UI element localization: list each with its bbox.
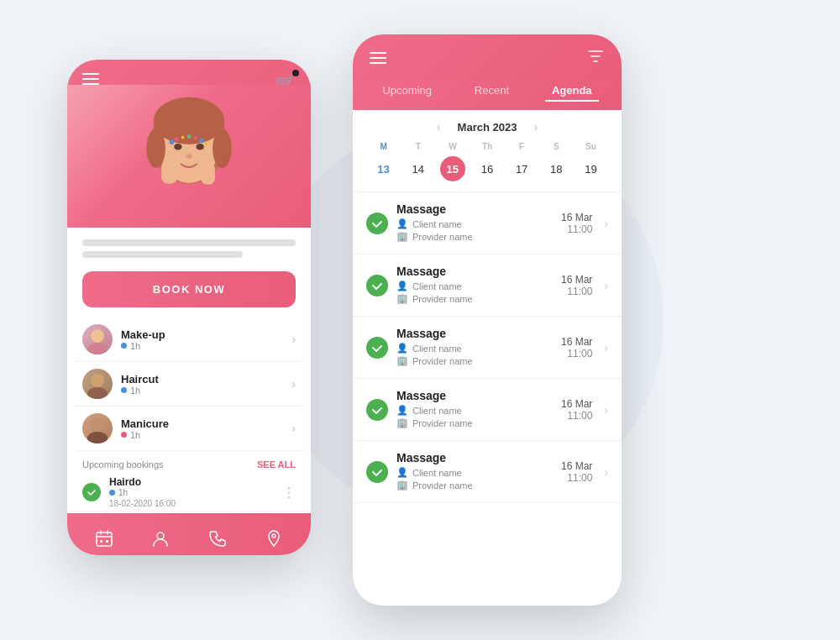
duration-dot bbox=[121, 387, 127, 393]
agenda-sub-client-0: 👤 Client name bbox=[396, 218, 553, 229]
rp-hamburger-icon[interactable] bbox=[370, 52, 386, 64]
agenda-datetime-3: 16 Mar 11:00 bbox=[561, 398, 592, 422]
nav-phone-icon[interactable] bbox=[208, 529, 227, 548]
service-avatar-makeup bbox=[82, 324, 113, 354]
agenda-item-4[interactable]: Massage 👤 Client name 🏢 Provider name 16… bbox=[353, 441, 622, 503]
service-item[interactable]: Make-up 1h › bbox=[76, 317, 302, 362]
svg-rect-15 bbox=[161, 160, 177, 184]
agenda-details-0: Massage 👤 Client name 🏢 Provider name bbox=[396, 202, 553, 244]
booking-item[interactable]: Hairdo 1h 18-02-2020 16:00 ⋮ bbox=[82, 476, 296, 508]
svg-rect-24 bbox=[100, 540, 102, 543]
svg-point-17 bbox=[91, 329, 104, 343]
svg-point-14 bbox=[186, 154, 192, 159]
agenda-time-2: 11:00 bbox=[561, 348, 592, 359]
agenda-sub-client-4: 👤 Client name bbox=[396, 467, 553, 478]
agenda-chevron-2: › bbox=[604, 341, 608, 354]
nav-location-icon[interactable] bbox=[265, 529, 283, 548]
chevron-right-icon: › bbox=[291, 333, 296, 346]
day-name-w: W bbox=[435, 142, 470, 151]
face-illustration bbox=[139, 93, 239, 219]
cal-date-13[interactable]: 13 bbox=[371, 156, 396, 181]
cal-date-19[interactable]: 19 bbox=[578, 156, 603, 181]
duration-dot bbox=[121, 432, 127, 438]
agenda-details-3: Massage 👤 Client name 🏢 Provider name bbox=[396, 389, 553, 430]
bottom-nav bbox=[67, 513, 311, 555]
phone-right: Upcoming Recent Agenda ‹ March 2023 › M … bbox=[353, 34, 622, 606]
service-list: Make-up 1h › Haircu bbox=[67, 317, 311, 451]
booking-meta: 1h bbox=[109, 488, 274, 497]
nav-calendar-icon[interactable] bbox=[95, 529, 113, 548]
svg-point-3 bbox=[146, 129, 165, 168]
person-icon-3: 👤 bbox=[396, 405, 408, 416]
agenda-item-3[interactable]: Massage 👤 Client name 🏢 Provider name 16… bbox=[353, 379, 622, 441]
service-duration: 1h bbox=[121, 341, 291, 351]
agenda-sub-provider-3: 🏢 Provider name bbox=[396, 417, 553, 428]
agenda-datetime-0: 16 Mar 11:00 bbox=[561, 212, 592, 235]
left-phone-header: 🛒 bbox=[67, 60, 311, 228]
chevron-right-icon: › bbox=[291, 422, 296, 435]
agenda-date-4: 16 Mar bbox=[561, 460, 592, 472]
more-options-icon[interactable]: ⋮ bbox=[282, 485, 296, 501]
see-all-button[interactable]: SEE ALL bbox=[257, 459, 296, 470]
svg-point-5 bbox=[174, 144, 181, 150]
chevron-right-icon: › bbox=[291, 377, 296, 391]
hero-image bbox=[67, 85, 311, 228]
service-item[interactable]: Manicure 1h › bbox=[76, 407, 302, 451]
agenda-datetime-4: 16 Mar 11:00 bbox=[561, 460, 592, 484]
booking-check-icon bbox=[82, 483, 101, 501]
svg-point-9 bbox=[181, 136, 185, 139]
cal-date-17[interactable]: 17 bbox=[509, 156, 534, 181]
rp-tabs: Upcoming Recent Agenda bbox=[353, 81, 622, 110]
booking-date: 18-02-2020 16:00 bbox=[109, 499, 274, 508]
building-icon-4: 🏢 bbox=[396, 480, 408, 490]
agenda-time-1: 11:00 bbox=[561, 286, 592, 297]
building-icon-1: 🏢 bbox=[396, 293, 408, 304]
tab-agenda[interactable]: Agenda bbox=[545, 81, 599, 102]
svg-point-4 bbox=[213, 129, 232, 168]
agenda-item-0[interactable]: Massage 👤 Client name 🏢 Provider name 16… bbox=[353, 192, 622, 254]
svg-point-8 bbox=[175, 137, 179, 141]
book-now-button[interactable]: BOOK NOW bbox=[82, 271, 296, 307]
rp-filter-icon[interactable] bbox=[586, 47, 605, 69]
agenda-details-1: Massage 👤 Client name 🏢 Provider name bbox=[396, 265, 553, 306]
agenda-datetime-1: 16 Mar 11:00 bbox=[561, 274, 592, 297]
agenda-date-0: 16 Mar bbox=[561, 212, 592, 223]
cal-date-16[interactable]: 16 bbox=[475, 156, 500, 181]
agenda-chevron-1: › bbox=[604, 279, 608, 292]
cal-date-14[interactable]: 14 bbox=[406, 156, 431, 181]
agenda-time-4: 11:00 bbox=[561, 472, 592, 484]
duration-dot bbox=[121, 343, 127, 349]
agenda-item-2[interactable]: Massage 👤 Client name 🏢 Provider name 16… bbox=[353, 317, 622, 379]
agenda-title-0: Massage bbox=[396, 202, 553, 216]
cal-next-arrow[interactable]: › bbox=[533, 120, 538, 134]
tab-recent[interactable]: Recent bbox=[468, 81, 516, 102]
agenda-item-1[interactable]: Massage 👤 Client name 🏢 Provider name 16… bbox=[353, 254, 622, 317]
tab-upcoming[interactable]: Upcoming bbox=[375, 81, 438, 102]
svg-point-18 bbox=[87, 343, 108, 354]
service-name: Make-up bbox=[121, 328, 291, 341]
nav-person-icon[interactable] bbox=[151, 529, 170, 548]
service-item[interactable]: Haircut 1h › bbox=[76, 362, 302, 407]
agenda-chevron-3: › bbox=[604, 403, 608, 417]
service-info: Make-up 1h bbox=[121, 328, 291, 351]
agenda-check-3 bbox=[366, 399, 388, 421]
booking-name: Hairdo bbox=[109, 476, 274, 488]
service-name: Manicure bbox=[121, 417, 291, 430]
service-avatar-haircut bbox=[82, 369, 113, 399]
cal-date-18[interactable]: 18 bbox=[543, 156, 569, 181]
agenda-sub-provider-2: 🏢 Provider name bbox=[396, 355, 553, 366]
cal-prev-arrow[interactable]: ‹ bbox=[437, 120, 441, 134]
agenda-sub-provider-1: 🏢 Provider name bbox=[396, 293, 553, 304]
service-duration: 1h bbox=[121, 386, 291, 396]
agenda-title-2: Massage bbox=[396, 327, 553, 340]
person-icon-1: 👤 bbox=[396, 281, 408, 291]
cal-date-15[interactable]: 15 bbox=[440, 156, 465, 181]
svg-point-7 bbox=[170, 139, 175, 144]
agenda-details-4: Massage 👤 Client name 🏢 Provider name bbox=[396, 451, 553, 492]
service-info: Haircut 1h bbox=[121, 373, 291, 396]
agenda-date-2: 16 Mar bbox=[561, 336, 592, 348]
hamburger-menu-icon[interactable] bbox=[82, 73, 99, 85]
booking-info: Hairdo 1h 18-02-2020 16:00 bbox=[109, 476, 274, 508]
search-bars bbox=[67, 228, 311, 265]
upcoming-section: Upcoming bookings SEE ALL Hairdo 1h 18-0… bbox=[67, 451, 311, 513]
